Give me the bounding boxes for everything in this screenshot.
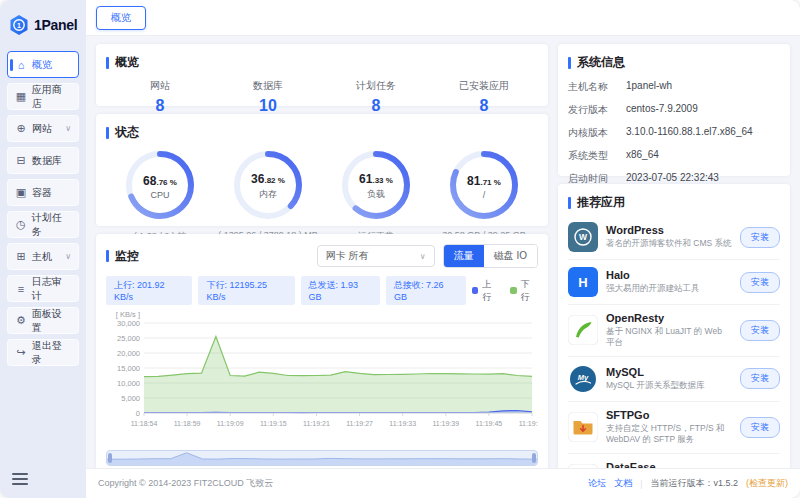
sidebar-item-label: 计划任务 [32,211,71,239]
overview-card: 概览 网站 8 数据库 10 计划任务 8 [96,44,548,106]
stat-websites[interactable]: 网站 8 [106,79,214,115]
svg-text:W: W [579,232,588,242]
stat-databases[interactable]: 数据库 10 [214,79,322,115]
footer: Copyright © 2014-2023 FIT2CLOUD 飞致云 论坛 文… [86,468,800,498]
main-content: 概览 网站 8 数据库 10 计划任务 8 [86,36,800,468]
tab-bar: 概览 [86,0,800,36]
mysql-icon: My [568,364,598,394]
sidebar-item-logs[interactable]: ≡ 日志审计 [7,275,79,302]
install-button[interactable]: 安装 [740,272,780,293]
logo-hexagon-icon: 1 [8,14,30,36]
version-text: 当前运行版本：v1.5.2 [650,477,738,490]
svg-text:0: 0 [136,409,140,418]
wordpress-icon: W [568,222,598,252]
clock-icon: ◷ [15,218,27,231]
legend-up[interactable]: 上行 [472,278,500,304]
container-icon: ▣ [15,186,27,199]
section-marker [106,250,109,262]
sidebar-collapse-button[interactable] [12,470,28,488]
svg-text:30,000: 30,000 [117,319,140,328]
halo-icon: H [568,267,598,297]
section-marker [106,57,109,69]
stat-installed-apps[interactable]: 已安装应用 8 [430,79,538,115]
system-info-title: 系统信息 [568,54,780,71]
info-row-hostname: 主机名称1panel-wh [568,80,780,94]
info-row-arch: 系统类型x86_64 [568,149,780,163]
svg-text:5,000: 5,000 [121,394,140,403]
gauge-cpu: 68.76 % CPU ( 1.38 / 2 ) 核 [106,147,214,243]
sidebar-item-appstore[interactable]: ▦ 应用商店 [7,83,79,110]
app-row-dataease: DataEase 人人可用的开源数据可视化分析工具 安装 [568,454,780,468]
section-marker [568,57,571,69]
section-marker [568,197,571,209]
sidebar-item-cronjob[interactable]: ◷ 计划任务 [7,211,79,238]
gauge-load: 61.33 % 负载 运行正常 [322,147,430,243]
install-button[interactable]: 安装 [740,320,780,341]
svg-text:1: 1 [17,22,21,29]
sidebar-item-label: 应用商店 [32,83,71,111]
svg-text:11:19:21: 11:19:21 [303,420,330,427]
legend-down[interactable]: 下行 [510,278,538,304]
recommended-apps-title: 推荐应用 [568,194,780,211]
sidebar-item-container[interactable]: ▣ 容器 [7,179,79,206]
sidebar-item-label: 数据库 [32,154,62,168]
sidebar-item-logout[interactable]: ↪ 退出登录 [7,339,79,366]
svg-text:11:18:59: 11:18:59 [174,420,201,427]
sidebar-item-website[interactable]: ⊕ 网站 ∨ [7,115,79,142]
up-rate-badge: 上行: 201.92 KB/s [106,276,192,305]
install-button[interactable]: 安装 [740,227,780,248]
docs-link[interactable]: 文档 [614,477,632,490]
app-row-wordpress: W WordPress 著名的开源博客软件和 CMS 系统 安装 [568,215,780,260]
sidebar-item-label: 主机 [32,250,52,264]
disk-io-mode-button[interactable]: 磁盘 IO [484,245,537,267]
chart-zoom-slider[interactable] [106,450,538,466]
overview-title: 概览 [106,54,538,71]
gauge-memory: 36.82 % 内存 ( 1395.06 / 3789.18 ) MB [214,147,322,243]
monitor-card: 监控 网卡 所有 ∨ 流量 磁盘 IO 上行: 201.92 [96,234,548,468]
legend-down-dot [510,287,517,294]
status-card: 状态 68.76 % CPU [96,114,548,226]
sidebar-item-settings[interactable]: ⚙ 面板设置 [7,307,79,334]
svg-text:H: H [578,275,587,290]
check-update-link[interactable]: (检查更新) [746,477,788,490]
app-row-mysql: My MySQL MySQL 开源关系型数据库 安装 [568,357,780,402]
svg-text:11:19:15: 11:19:15 [260,420,287,427]
globe-icon: ⊕ [15,122,27,135]
stat-cronjobs[interactable]: 计划任务 8 [322,79,430,115]
database-icon: ⊟ [15,154,27,167]
forum-link[interactable]: 论坛 [588,477,606,490]
total-received-badge: 总接收: 7.26 GB [386,276,466,305]
sidebar-item-label: 容器 [32,186,52,200]
footer-divider: | [640,479,642,489]
monitor-mode-toggle: 流量 磁盘 IO [443,244,538,268]
host-icon: ⊞ [15,250,27,263]
zoom-handle-left[interactable] [108,453,112,463]
network-card-select[interactable]: 网卡 所有 ∨ [317,245,435,267]
status-title: 状态 [106,124,538,141]
install-button[interactable]: 安装 [740,368,780,389]
svg-text:11:18:54: 11:18:54 [131,420,158,427]
svg-text:11:19:51: 11:19:51 [519,420,538,427]
sidebar-item-label: 面板设置 [32,307,71,335]
app-row-sftpgo: SFTPGo 支持自定义 HTTP/S，FTP/S 和 WebDAV 的 SFT… [568,402,780,454]
traffic-area-chart: 30,00025,00020,00015,00010,0005,0000[ KB… [106,309,538,447]
logo-text: 1Panel [34,17,77,33]
info-row-distro: 发行版本centos-7.9.2009 [568,103,780,117]
logo[interactable]: 1 1Panel [0,8,86,46]
traffic-mode-button[interactable]: 流量 [444,245,484,267]
sidebar-item-host[interactable]: ⊞ 主机 ∨ [7,243,79,270]
chart-legend: 上行 下行 [472,278,538,304]
tab-overview[interactable]: 概览 [96,6,146,30]
svg-text:[ KB/s ]: [ KB/s ] [116,310,140,319]
total-sent-badge: 总发送: 1.93 GB [301,276,381,305]
svg-text:15,000: 15,000 [117,364,140,373]
monitor-title: 监控 [106,248,139,265]
recommended-apps-card: 推荐应用 W WordPress 著名的开源博客软件和 CMS 系统 [558,184,790,468]
zoom-handle-right[interactable] [532,453,536,463]
sidebar-item-database[interactable]: ⊟ 数据库 [7,147,79,174]
svg-text:10,000: 10,000 [117,379,140,388]
install-button[interactable]: 安装 [740,417,780,438]
sidebar-item-overview[interactable]: ⌂ 概览 [7,51,79,78]
system-info-card: 系统信息 主机名称1panel-wh 发行版本centos-7.9.2009 内… [558,44,790,176]
svg-text:11:19:39: 11:19:39 [432,420,459,427]
